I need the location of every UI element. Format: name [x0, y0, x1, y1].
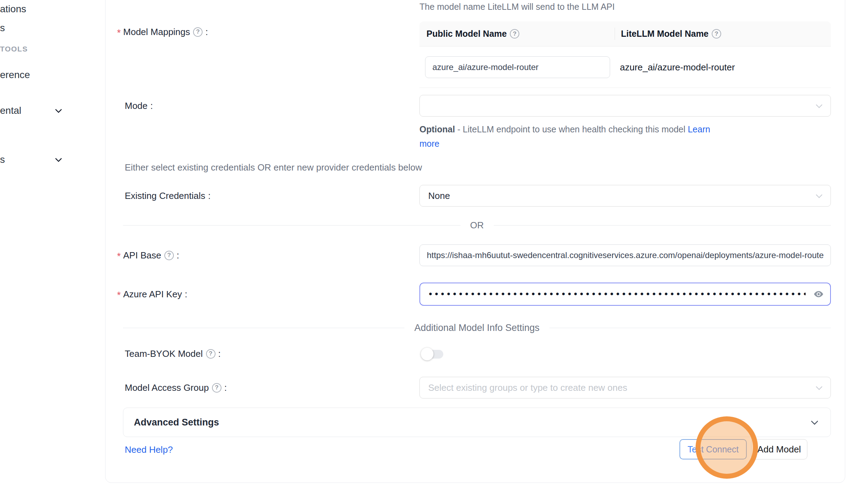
help-bold: Optional [419, 124, 455, 134]
credentials-note: Either select existing credentials OR en… [125, 162, 422, 173]
help-circle-icon[interactable] [206, 349, 216, 359]
label-colon [150, 99, 153, 112]
label-colon [185, 288, 187, 300]
model-mappings-label: Model Mappings [117, 26, 208, 38]
test-connect-button[interactable]: Test Connect [679, 439, 747, 459]
model-access-group-input[interactable] [420, 377, 831, 398]
table-header-row: Public Model Name LiteLLM Model Name [419, 21, 831, 47]
table-row: azure_ai/azure-model-router [419, 47, 831, 88]
column-header-label: LiteLLM Model Name [621, 29, 709, 39]
column-header-litellm-model-name: LiteLLM Model Name [615, 21, 831, 46]
sidebar-item[interactable]: s [0, 22, 5, 34]
sidebar: ations s TOOLS erence ental s [0, 0, 104, 485]
label-text: Existing Credentials [125, 189, 205, 202]
help-circle-icon[interactable] [712, 29, 721, 39]
label-text: Mode [125, 99, 148, 112]
help-rest: - LiteLLM endpoint to use when health ch… [457, 124, 685, 134]
model-mappings-table: Public Model Name LiteLLM Model Name azu… [419, 21, 831, 88]
label-colon [208, 189, 211, 202]
sidebar-item-label: ental [0, 105, 21, 116]
advanced-settings-panel[interactable]: Advanced Settings [123, 408, 831, 437]
advanced-settings-title: Advanced Settings [134, 417, 219, 428]
help-circle-icon[interactable] [212, 383, 221, 393]
or-divider-label: OR [470, 220, 484, 231]
mapping-help-text: The model name LiteLLM will send to the … [419, 2, 615, 12]
label-colon [218, 347, 221, 360]
add-model-button[interactable]: Add Model [751, 439, 807, 459]
model-access-group-label: Model Access Group [125, 381, 227, 394]
column-header-public-model-name: Public Model Name [419, 29, 615, 39]
chevron-down-icon [55, 155, 62, 162]
sidebar-item-expandable[interactable]: s [0, 153, 74, 166]
label-text: API Base [123, 249, 161, 262]
label-text: Model Access Group [125, 381, 209, 394]
help-circle-icon[interactable] [164, 251, 174, 260]
sidebar-item[interactable]: erence [0, 69, 30, 81]
sidebar-item-expandable[interactable]: ental [0, 104, 74, 117]
additional-info-divider: Additional Model Info Settings [123, 321, 831, 335]
label-text: Azure API Key [123, 288, 182, 300]
need-help-link[interactable]: Need Help? [125, 443, 173, 457]
existing-credentials-label: Existing Credentials [125, 189, 211, 202]
azure-api-key-input[interactable] [420, 283, 806, 305]
column-header-label: Public Model Name [426, 29, 507, 39]
label-colon [177, 249, 179, 262]
existing-credentials-select[interactable]: None [419, 185, 831, 207]
api-base-input[interactable] [419, 244, 831, 266]
help-circle-icon[interactable] [510, 29, 519, 39]
additional-info-divider-label: Additional Model Info Settings [414, 323, 539, 333]
required-asterisk [117, 249, 123, 262]
azure-api-key-field [419, 283, 831, 306]
required-asterisk [117, 26, 123, 38]
selected-value: None [428, 185, 450, 206]
chevron-down-icon [816, 102, 822, 108]
chevron-down-icon [811, 417, 818, 425]
add-model-form-card: The model name LiteLLM will send to the … [105, 0, 845, 483]
sidebar-section-tools: TOOLS [0, 45, 28, 53]
sidebar-item[interactable]: ations [0, 3, 26, 15]
or-divider: OR [123, 218, 831, 232]
mode-label: Mode [125, 99, 153, 112]
toggle-knob [421, 348, 433, 360]
show-password-eye-icon[interactable] [813, 288, 825, 300]
sidebar-item-label: s [0, 154, 5, 165]
public-model-name-input[interactable] [425, 56, 610, 78]
label-text: Team-BYOK Model [125, 347, 203, 360]
help-circle-icon[interactable] [193, 27, 203, 37]
mode-help-text: Optional - LiteLLM endpoint to use when … [419, 122, 728, 151]
label-colon [205, 26, 208, 38]
litellm-model-name-value: azure_ai/azure-model-router [620, 47, 735, 88]
model-access-group-select[interactable] [419, 377, 831, 399]
label-colon [224, 381, 227, 394]
api-base-label: API Base [117, 249, 179, 262]
chevron-down-icon [816, 192, 822, 198]
chevron-down-icon [55, 106, 62, 113]
add-model-page: ations s TOOLS erence ental s The model … [0, 0, 868, 485]
azure-api-key-label: Azure API Key [117, 288, 187, 300]
required-asterisk [117, 288, 123, 300]
label-text: Model Mappings [123, 26, 190, 38]
team-byok-label: Team-BYOK Model [125, 347, 221, 360]
team-byok-toggle[interactable] [421, 348, 444, 360]
mode-select[interactable] [419, 95, 831, 117]
